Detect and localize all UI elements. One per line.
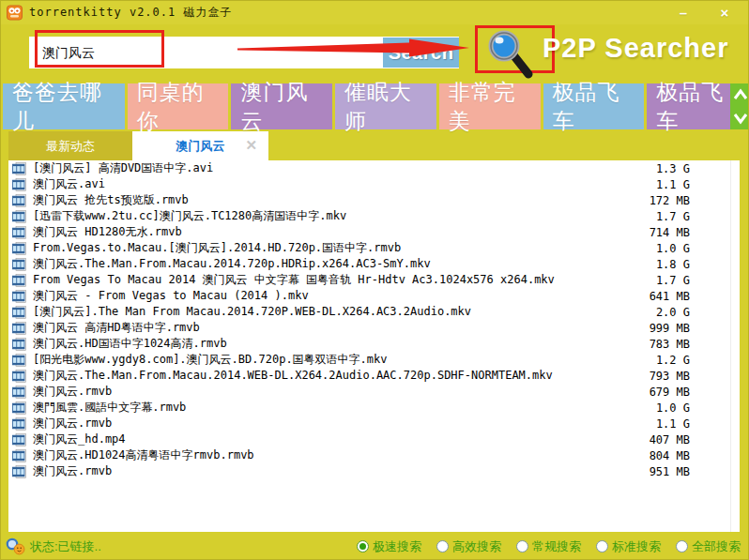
app-icon [7,5,23,21]
brand-text: P2P Searcher [543,33,729,64]
scroll-down-icon[interactable] [733,112,748,125]
film-icon [12,465,26,478]
result-row[interactable]: 澳门风云.The.Man.From.Macau.2014.720p.HDRip.… [8,256,740,272]
film-icon [12,338,26,351]
result-row[interactable]: 澳门风云 高清HD粤语中字.rmvb999 MB [8,320,740,336]
result-row[interactable]: 澳門風雲.國語中文字幕.rmvb1.0 G [8,400,740,416]
result-size: 641 MB [622,290,690,303]
radio-icon[interactable] [436,540,449,552]
film-icon [12,354,26,367]
result-row[interactable]: 澳门风云.rmvb679 MB [8,384,740,400]
result-size: 1.1 G [622,178,690,191]
status-magnifier-smiley-icon [6,537,26,556]
minimize-button[interactable]: – [671,5,696,21]
result-row[interactable]: [澳门风云].The Man From Macau.2014.720P.WEB-… [8,304,740,320]
category-button[interactable]: 催眠大师 [335,83,436,129]
tab-latest-news[interactable]: 最新动态 [8,131,132,160]
result-size: 1.7 G [622,210,690,223]
result-row[interactable]: [澳门风云] 高清DVD国语中字.avi1.3 G [8,160,740,176]
search-mode-group: 极速搜索高效搜索常规搜索标准搜索全部搜索 [357,538,741,555]
category-button[interactable]: 爸爸去哪儿 [3,83,125,129]
search-mode-radio[interactable]: 常规搜索 [516,538,581,555]
result-size: 804 MB [622,449,690,462]
results-panel: [澳门风云] 高清DVD国语中字.avi1.3 G 澳门风云.avi1.1 G … [8,160,740,532]
magnifier-icon[interactable] [484,28,535,79]
result-row[interactable]: [迅雷下载www.2tu.cc]澳门风云.TC1280高清国语中字.mkv1.7… [8,208,740,224]
result-size: 714 MB [622,226,690,239]
result-size: 1.7 G [622,274,690,287]
film-icon [12,449,26,462]
film-icon [12,162,26,175]
category-row: 爸爸去哪儿同桌的你澳门风云催眠大师非常完美极品飞车极品飞车 [3,83,748,129]
result-size: 793 MB [622,370,690,383]
result-name: 澳门风云 抢先ts预览版.rmvb [33,192,189,208]
search-mode-radio[interactable]: 标准搜索 [596,538,661,555]
category-button[interactable]: 同桌的你 [128,83,229,129]
radio-icon[interactable] [516,540,528,552]
result-size: 1.0 G [622,401,690,415]
result-size: 679 MB [622,386,690,399]
radio-dot-icon [359,543,366,550]
status-text: 状态:已链接.. [30,538,101,555]
result-name: 澳门风云.rmvb [33,463,112,479]
result-row[interactable]: [阳光电影www.ygdy8.com].澳门风云.BD.720p.国粤双语中字.… [8,352,740,368]
film-icon [12,417,26,431]
result-name: 澳门风云.The.Man.From.Macau.2014.WEB-DL.X264… [33,368,553,384]
result-row[interactable]: 澳门风云.The.Man.From.Macau.2014.WEB-DL.X264… [8,368,740,384]
result-size: 1.3 G [622,162,690,175]
result-row[interactable]: 澳门风云.rmvb1.1 G [8,416,740,431]
result-name: 澳门风云 高清HD粤语中字.rmvb [33,320,200,336]
scroll-up-icon[interactable] [733,88,748,101]
radio-label: 高效搜索 [452,538,501,555]
annotation-box-query [35,30,164,68]
close-button[interactable]: × [712,5,737,21]
result-row[interactable]: 澳门风云.HD国语中字1024高清.rmvb783 MB [8,336,740,352]
app-window: torrentkitty v2.0.1 磁力盒子 – × 澳门风云 Search… [0,0,749,560]
result-name: From.Vegas.to.Macau.[澳门风云].2014.HD.720p.… [33,240,401,256]
category-button[interactable]: 非常完美 [439,83,541,129]
radio-label: 常规搜索 [532,538,581,555]
radio-icon[interactable] [357,540,369,552]
search-mode-radio[interactable]: 全部搜索 [676,538,741,555]
titlebar: torrentkitty v2.0.1 磁力盒子 – × [1,1,749,24]
result-name: 澳门风云 HD1280无水.rmvb [33,224,182,240]
result-name: From Vegas To Macau 2014 澳门风云 中文字幕 国粤音轨 … [33,272,555,288]
result-size: 951 MB [622,465,690,478]
category-scroll-strip [730,83,749,129]
result-row[interactable]: 澳门风云 抢先ts预览版.rmvb172 MB [8,192,740,208]
radio-icon[interactable] [676,540,688,552]
result-row[interactable]: 澳门风云 - From Vegas to Macau (2014 ).mkv64… [8,288,740,304]
statusbar: 状态:已链接.. 极速搜索高效搜索常规搜索标准搜索全部搜索 [1,532,749,560]
tab-label: 澳门风云 [176,138,225,155]
result-row[interactable]: From Vegas To Macau 2014 澳门风云 中文字幕 国粤音轨 … [8,272,740,288]
film-icon [12,258,26,271]
result-name: 澳门风云.avi [33,176,105,192]
annotation-arrow-icon [237,37,469,59]
search-mode-radio[interactable]: 极速搜索 [357,538,421,555]
result-size: 1.1 G [622,417,690,431]
result-row[interactable]: 澳门风云_hd.mp4407 MB [8,431,740,447]
tab-close-icon[interactable]: ✕ [245,137,257,154]
result-name: 澳门风云.The.Man.From.Macau.2014.720p.HDRip.… [33,256,431,272]
result-row[interactable]: 澳门风云 HD1280无水.rmvb714 MB [8,224,740,240]
film-icon [12,274,26,287]
result-row[interactable]: 澳门风云.HD1024高清粤语中字rmvb.rmvb804 MB [8,447,740,463]
category-button[interactable]: 极品飞车 [543,83,645,129]
radio-icon[interactable] [596,540,608,552]
film-icon [12,386,26,399]
result-size: 172 MB [622,194,690,207]
film-icon [12,226,26,239]
result-name: 澳门风云.HD1024高清粤语中字rmvb.rmvb [33,447,254,463]
result-size: 1.0 G [622,242,690,255]
result-row[interactable]: From.Vegas.to.Macau.[澳门风云].2014.HD.720p.… [8,240,740,256]
result-name: [澳门风云] 高清DVD国语中字.avi [33,160,213,176]
film-icon [12,322,26,335]
result-row[interactable]: 澳门风云.avi1.1 G [8,176,740,192]
result-size: 783 MB [622,338,690,351]
search-mode-radio[interactable]: 高效搜索 [436,538,501,555]
result-name: [阳光电影www.ygdy8.com].澳门风云.BD.720p.国粤双语中字.… [33,352,388,368]
tab-search-result[interactable]: 澳门风云 ✕ [132,131,268,160]
category-button[interactable]: 澳门风云 [231,83,332,129]
film-icon [12,401,26,415]
result-row[interactable]: 澳门风云.rmvb951 MB [8,463,740,479]
